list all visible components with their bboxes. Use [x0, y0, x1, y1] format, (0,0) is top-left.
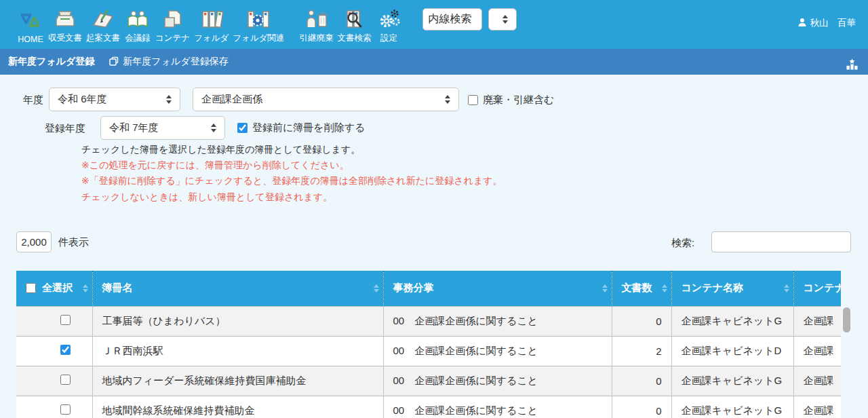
updown-arrows-icon: [502, 15, 508, 24]
registration-year-select-value: 令和 7年度: [109, 121, 205, 134]
extension-search-input[interactable]: [422, 8, 482, 31]
nav-received-docs[interactable]: 収受文書: [46, 0, 84, 49]
nav-label: 会議録: [125, 33, 151, 44]
cell-container-dept: 企画課: [793, 306, 841, 336]
nav-draft-docs[interactable]: 起案文書: [84, 0, 122, 49]
table-row: ＪＲ西南浜駅 00 企画課企画係に関すること 2 企画課キャビネットD 企画課: [16, 336, 841, 366]
nav-doc-search[interactable]: 文書検索: [336, 0, 374, 49]
year-select-value: 令和 6年度: [58, 93, 161, 106]
table-search-input[interactable]: [711, 231, 851, 252]
receive-documents-icon: [53, 7, 77, 31]
section-select-value: 企画課企画係: [201, 93, 439, 106]
cell-container-name: 企画課キャビネットG: [671, 396, 793, 418]
header-label: 事務分掌: [393, 282, 434, 293]
cell-duty: 00 企画課企画係に関すること: [383, 306, 612, 336]
table-row: 工事届等（ひまわりバス） 00 企画課企画係に関すること 0 企画課キャビネット…: [16, 306, 841, 336]
nav-label: 文書検索: [338, 33, 372, 44]
settings-gear-icon: [378, 7, 400, 31]
cell-select: [16, 366, 92, 396]
nav-settings[interactable]: 設定: [374, 0, 405, 49]
note-warning: チェックしないときは、新しい簿冊として登録されます。: [81, 189, 502, 205]
nav-label: フォルダ関連: [233, 33, 284, 44]
user-icon: [797, 18, 807, 29]
header-container-name[interactable]: コンテナ名称: [671, 271, 793, 306]
user-name: 秋山 百華: [810, 17, 856, 29]
page-title: 新年度フォルダ登録: [8, 56, 94, 68]
cell-book-name: 地域間幹線系統確保維持費補助金: [92, 396, 383, 418]
updown-arrows-icon: [211, 124, 216, 132]
delete-before-checkbox[interactable]: [237, 123, 248, 133]
year-select[interactable]: 令和 6年度: [49, 88, 180, 111]
document-search-icon: [342, 7, 367, 31]
top-navbar: HOME 収受文書 起案文書 会議録 コンテナ: [0, 0, 868, 49]
meeting-minutes-icon: [125, 7, 150, 31]
page-toolbar: 新年度フォルダ登録 新年度フォルダ登録保存: [0, 49, 868, 75]
nav-container[interactable]: コンテナ: [153, 0, 192, 49]
include-discard-checkbox[interactable]: [468, 95, 478, 105]
registration-year-label: 登録年度: [45, 116, 85, 140]
delete-before-checkbox-group[interactable]: 登録前に簿冊を削除する: [237, 121, 365, 134]
header-doc-count[interactable]: 文書数: [612, 271, 671, 306]
sort-icon[interactable]: [784, 284, 789, 292]
sort-icon[interactable]: [83, 284, 88, 292]
row-checkbox[interactable]: [60, 315, 71, 325]
cell-duty: 00 企画課企画係に関すること: [383, 366, 612, 396]
select-all-checkbox[interactable]: [26, 283, 36, 293]
sort-icon[interactable]: [374, 284, 379, 292]
row-checkbox[interactable]: [60, 345, 71, 355]
extension-select[interactable]: [488, 8, 517, 31]
row-checkbox[interactable]: [60, 404, 71, 415]
header-label: コンテナ所属: [804, 282, 842, 293]
save-button-label: 新年度フォルダ登録保存: [123, 56, 228, 68]
header-label: 簿冊名: [102, 282, 133, 293]
section-select[interactable]: 企画課企画係: [193, 88, 459, 111]
cell-doc-count: 0: [612, 306, 671, 336]
page-size-suffix: 件表示: [58, 236, 89, 249]
include-discard-checkbox-group[interactable]: 廃棄・引継含む: [468, 94, 554, 107]
folders-icon: [199, 7, 224, 31]
updown-arrows-icon: [445, 95, 450, 104]
nav-minutes[interactable]: 会議録: [122, 0, 153, 49]
container-icon: [161, 7, 185, 31]
sort-icon[interactable]: [602, 284, 608, 292]
vertical-scrollbar-thumb[interactable]: [843, 307, 850, 332]
cell-container-dept: 企画課: [793, 336, 841, 366]
nav-folder[interactable]: フォルダ: [192, 0, 231, 49]
sort-icon[interactable]: [662, 284, 667, 292]
cell-container-name: 企画課キャビネットD: [671, 336, 793, 366]
page-size-input[interactable]: [16, 231, 52, 252]
nav-home[interactable]: HOME: [15, 0, 46, 49]
cell-book-name: 地域内フィーダー系統確保維持費国庫補助金: [92, 366, 383, 396]
nav-folder-related[interactable]: フォルダ関連: [231, 0, 286, 49]
cell-select: [16, 396, 92, 418]
nav-handover-discard[interactable]: 引継廃棄: [298, 0, 336, 49]
nav-label: 設定: [380, 33, 397, 44]
nav-label: コンテナ: [155, 33, 190, 44]
header-label: 文書数: [622, 282, 652, 293]
header-select-all[interactable]: 全選択: [16, 271, 92, 306]
registration-year-select[interactable]: 令和 7年度: [100, 116, 225, 140]
save-new-year-folder-button[interactable]: 新年度フォルダ登録保存: [109, 56, 228, 68]
header-duty[interactable]: 事務分掌: [383, 271, 612, 306]
app-screen: HOME 収受文書 起案文書 会議録 コンテナ: [0, 0, 868, 418]
row-checkbox[interactable]: [60, 375, 71, 385]
header-label: 全選択: [42, 282, 73, 294]
folder-related-icon: [246, 7, 271, 31]
home-logo-icon: [19, 10, 42, 33]
star-podium-icon[interactable]: [846, 58, 859, 73]
header-book-name[interactable]: 簿冊名: [92, 271, 383, 306]
cell-duty: 00 企画課企画係に関すること: [383, 336, 612, 366]
header-container-dept[interactable]: コンテナ所属: [793, 271, 841, 306]
delete-before-label: 登録前に簿冊を削除する: [252, 121, 365, 134]
nav-label: 収受文書: [48, 33, 82, 44]
draft-documents-icon: [91, 7, 115, 31]
nav-label: 引継廃棄: [300, 33, 334, 44]
nav-label: フォルダ: [194, 33, 229, 44]
folder-table: 全選択 簿冊名 事務分掌 文書数: [16, 271, 841, 418]
table-row: 地域内フィーダー系統確保維持費国庫補助金 00 企画課企画係に関すること 0 企…: [16, 366, 841, 396]
folder-table-container: 全選択 簿冊名 事務分掌 文書数: [16, 271, 841, 418]
cell-container-name: 企画課キャビネットG: [671, 366, 793, 396]
cell-select: [16, 336, 92, 366]
user-menu[interactable]: 秋山 百華: [797, 17, 856, 29]
note-warning: ※この処理を元に戻すには、簿冊管理から削除してください。: [81, 157, 502, 173]
